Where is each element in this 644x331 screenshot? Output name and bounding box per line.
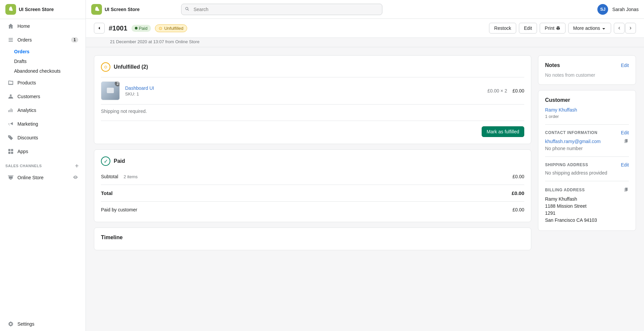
orders-sub-nav: Orders Drafts Abandoned checkouts [0,47,86,76]
sidebar-sub-abandoned[interactable]: Abandoned checkouts [14,66,84,76]
contact-section: CONTACT INFORMATION Edit khuffash.ramy@g… [545,124,629,151]
sidebar-item-online-store[interactable]: Online Store [2,171,84,184]
online-store-label: Online Store [17,175,44,180]
total-amount: £0.00 [512,190,524,196]
content-area: ⊙ Unfulfilled (2) 2 Dashboard UI SKU: [86,47,644,331]
paid-badge: Paid [131,25,151,32]
shopify-icon [5,4,16,15]
sidebar-item-apps[interactable]: Apps [2,145,84,158]
topbar-right: SJ Sarah Jonas [597,4,639,15]
billing-apt: 1291 [545,210,629,217]
main-column: ⊙ Unfulfilled (2) 2 Dashboard UI SKU: [94,55,531,323]
unfulfilled-icon: ⊙ [101,62,110,72]
more-actions-button[interactable]: More actions [568,23,611,34]
product-row: 2 Dashboard UI SKU: 1 £0.00 × 2 £0.00 [101,77,524,104]
settings-label: Settings [17,321,78,327]
sidebar-item-marketing[interactable]: Marketing [2,117,84,131]
shipping-address-section: SHIPPING ADDRESS Edit No shipping addres… [545,156,629,176]
topbar-shopify-icon [91,4,102,15]
notes-edit-link[interactable]: Edit [621,63,629,68]
prev-order-button[interactable] [614,23,625,34]
add-sales-channel-button[interactable] [73,162,80,169]
apps-icon [7,148,14,155]
payment-divider-2 [101,201,524,202]
shopify-svg [7,6,14,13]
subtotal-label: Subtotal [101,174,118,179]
subtotal-row: Subtotal 2 items £0.00 [101,171,524,182]
search-bar[interactable] [181,4,382,15]
sidebar-item-settings[interactable]: Settings [2,317,84,331]
notes-card: Notes Edit No notes from customer [538,55,636,85]
paid-icon: ✓ [101,156,110,166]
shipping-section-title: SHIPPING ADDRESS [545,162,588,167]
sidebar-nav: Home Orders 1 Orders Drafts Abandoned ch… [0,19,86,185]
svg-rect-4 [11,152,13,154]
notes-title: Notes [545,62,560,68]
subtotal-amount: £0.00 [513,174,524,179]
search-icon [184,6,190,12]
sidebar-item-home-label: Home [17,23,78,29]
search-input[interactable] [181,4,382,15]
analytics-icon [7,107,14,114]
topbar-store-name: UI Screen Store [105,7,140,12]
marketing-icon [7,121,14,127]
next-order-button[interactable] [625,23,636,34]
sidebar-item-discounts[interactable]: Discounts [2,131,84,144]
sidebar-item-apps-label: Apps [17,149,78,154]
paid-by-amount: £0.00 [513,207,524,212]
eye-icon [73,175,78,181]
no-shipping-text: No shipping address provided [545,170,629,176]
sidebar-item-home[interactable]: Home [2,19,84,33]
sidebar-item-orders-label: Orders [17,37,68,43]
billing-name: Ramy Khuffash [545,196,629,203]
unfulfilled-badge: Unfulfilled [155,24,187,32]
customer-name-link[interactable]: Ramy Khuffash [545,107,577,113]
shipping-note: Shipping not required. [101,104,524,118]
sidebar-logo: UI Screen Store [0,0,86,19]
contact-email-link[interactable]: khuffash.ramy@gmail.com [545,139,601,144]
total-row: Total £0.00 [101,188,524,199]
contact-edit-link[interactable]: Edit [621,130,629,135]
restock-button[interactable]: Restock [489,23,516,34]
billing-section-header: BILLING ADDRESS [545,187,629,193]
copy-email-icon[interactable] [624,138,629,144]
mark-fulfilled-button[interactable]: Mark as fulfilled [482,126,524,137]
notes-header: Notes Edit [545,62,629,68]
paid-by-row: Paid by customer £0.00 [101,204,524,215]
orders-badge: 1 [71,37,78,43]
edit-button[interactable]: Edit [519,23,537,34]
sidebar-item-analytics[interactable]: Analytics [2,104,84,117]
product-thumbnail: 2 [101,81,120,100]
email-row: khuffash.ramy@gmail.com [545,138,629,144]
sidebar-item-products[interactable]: Products [2,76,84,89]
sidebar-item-customers[interactable]: Customers [2,90,84,103]
sidebar-item-orders[interactable]: Orders 1 [2,33,84,47]
topbar-logo-area: UI Screen Store [91,4,177,15]
svg-rect-3 [8,152,10,154]
contact-phone: No phone number [545,146,629,151]
settings-icon [7,321,14,327]
product-info: Dashboard UI SKU: 1 [125,85,482,96]
payment-divider-1 [101,185,524,185]
sidebar-item-customers-label: Customers [17,94,78,99]
back-button[interactable] [94,23,105,34]
unfulfilled-title: Unfulfilled (2) [114,64,148,70]
products-icon [7,79,14,86]
shipping-edit-link[interactable]: Edit [621,162,629,168]
product-name-link[interactable]: Dashboard UI [125,85,154,91]
billing-city: San Francisco CA 94103 [545,217,629,224]
contact-section-title: CONTACT INFORMATION [545,130,597,135]
discounts-icon [7,134,14,141]
billing-address: Ramy Khuffash 1188 Mission Street 1291 S… [545,196,629,224]
print-button[interactable]: Print [540,23,566,34]
right-sidebar: Notes Edit No notes from customer Custom… [538,55,636,323]
svg-rect-1 [8,149,10,151]
payment-card: ✓ Paid Subtotal 2 items £0.00 Total £0.0… [94,149,531,222]
avatar[interactable]: SJ [597,4,608,15]
copy-billing-icon[interactable] [624,187,629,193]
product-price: £0.00 × 2 [487,88,507,93]
sidebar-sub-drafts[interactable]: Drafts [14,57,84,66]
svg-rect-2 [11,149,13,151]
topbar: UI Screen Store SJ Sarah Jonas [86,0,644,19]
sidebar-sub-orders[interactable]: Orders [14,47,84,56]
